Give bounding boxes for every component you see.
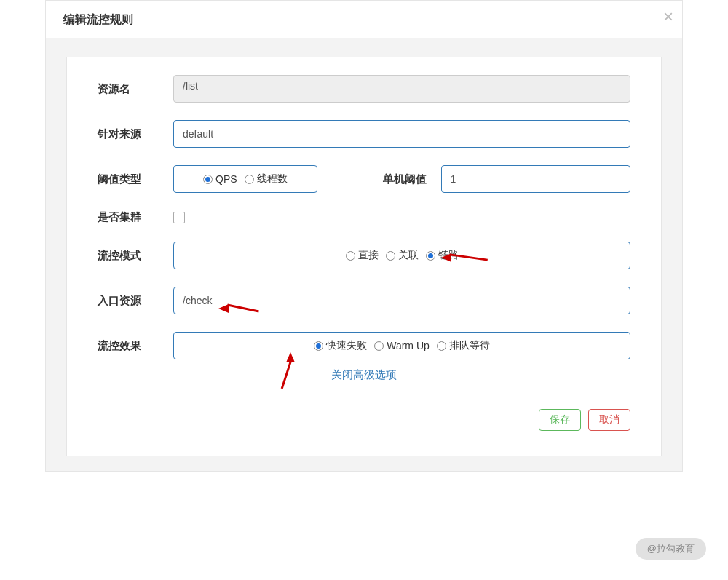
radio-icon	[374, 341, 384, 351]
save-button[interactable]: 保存	[539, 409, 581, 431]
modal-body: 资源名 /list 针对来源 阈值类型 QPS	[46, 38, 682, 471]
label-threshold-type: 阈值类型	[98, 172, 173, 186]
label-single-threshold: 单机阈值	[383, 172, 427, 186]
radio-icon	[386, 251, 395, 261]
radio-direct-label: 直接	[358, 249, 379, 262]
radio-icon	[426, 251, 435, 261]
watermark: @拉勾教育	[636, 538, 706, 560]
resource-name-input: /list	[173, 75, 630, 103]
radio-relate[interactable]: 关联	[386, 249, 419, 262]
radio-threads[interactable]: 线程数	[245, 172, 288, 186]
cancel-button[interactable]: 取消	[588, 409, 630, 431]
radio-icon	[346, 251, 355, 261]
row-origin: 针对来源	[98, 120, 630, 148]
modal-title: 编辑流控规则	[46, 1, 682, 38]
form-panel: 资源名 /list 针对来源 阈值类型 QPS	[66, 57, 662, 456]
row-flow-effect: 流控效果 快速失败 Warm Up 排队等待	[98, 332, 630, 359]
radio-warm-up[interactable]: Warm Up	[374, 340, 430, 351]
label-resource-name: 资源名	[98, 82, 173, 96]
flow-effect-radio-group: 快速失败 Warm Up 排队等待	[173, 332, 630, 359]
row-flow-mode: 流控模式 直接 关联 链路	[98, 242, 630, 269]
label-entry-resource: 入口资源	[98, 294, 173, 308]
threshold-type-radio-group: QPS 线程数	[173, 165, 317, 193]
radio-chain[interactable]: 链路	[426, 249, 459, 262]
row-threshold-type: 阈值类型 QPS 线程数 单机阈值	[98, 165, 630, 193]
radio-queue[interactable]: 排队等待	[437, 339, 490, 352]
label-flow-mode: 流控模式	[98, 249, 173, 263]
radio-chain-label: 链路	[438, 249, 459, 262]
radio-qps[interactable]: QPS	[203, 173, 237, 185]
edit-flow-rule-modal: × 编辑流控规则 资源名 /list 针对来源 阈值类型	[45, 0, 683, 472]
row-cluster: 是否集群	[98, 210, 630, 224]
radio-icon	[437, 341, 446, 351]
label-flow-effect: 流控效果	[98, 339, 173, 353]
radio-relate-label: 关联	[398, 249, 419, 262]
radio-fail-fast-label: 快速失败	[326, 339, 367, 352]
radio-icon	[245, 175, 254, 184]
close-icon[interactable]: ×	[663, 8, 673, 25]
row-entry-resource: 入口资源	[98, 287, 630, 314]
radio-fail-fast[interactable]: 快速失败	[314, 339, 367, 352]
row-resource-name: 资源名 /list	[98, 75, 630, 103]
radio-icon	[314, 341, 323, 351]
radio-icon	[203, 175, 213, 184]
toggle-advanced-link[interactable]: 关闭高级选项	[98, 368, 630, 382]
flow-mode-radio-group: 直接 关联 链路	[173, 242, 630, 269]
label-origin: 针对来源	[98, 127, 173, 141]
radio-warm-up-label: Warm Up	[387, 340, 430, 351]
single-threshold-input[interactable]	[441, 165, 630, 193]
radio-qps-label: QPS	[215, 173, 237, 185]
entry-resource-input[interactable]	[173, 287, 630, 314]
cluster-checkbox[interactable]	[173, 212, 185, 223]
label-cluster: 是否集群	[98, 210, 173, 224]
radio-direct[interactable]: 直接	[346, 249, 379, 262]
origin-input[interactable]	[173, 120, 630, 148]
modal-footer: 保存 取消	[98, 397, 630, 431]
radio-threads-label: 线程数	[257, 172, 288, 186]
radio-queue-label: 排队等待	[449, 339, 490, 352]
